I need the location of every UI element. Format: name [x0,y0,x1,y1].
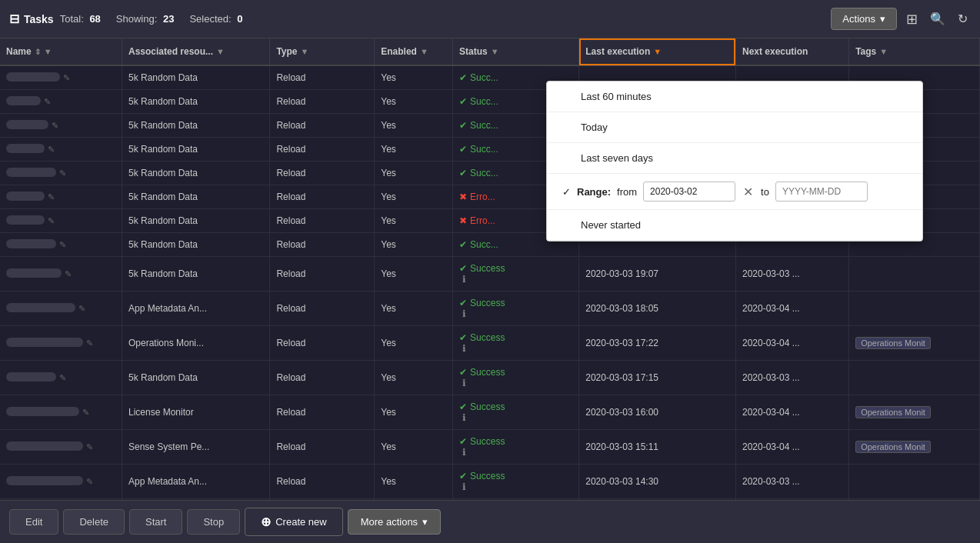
cell-assoc: App Metadata An... [122,465,269,499]
name-sort-icon[interactable]: ⇕ [35,48,41,56]
actions-button[interactable]: Actions ▾ [831,8,897,30]
tags-filter-icon[interactable]: ▼ [879,47,888,56]
row-edit-icon[interactable]: ✎ [59,240,66,249]
status-filter-icon[interactable]: ▼ [491,47,499,56]
cell-name: ████✎ [0,114,122,138]
row-edit-icon[interactable]: ✎ [78,304,85,313]
row-edit-icon[interactable]: ✎ [59,373,66,382]
app-title: ⊟ Tasks [9,12,54,26]
row-edit-icon[interactable]: ✎ [59,168,66,178]
cell-type: Reload [270,326,375,361]
row-edit-icon[interactable]: ✎ [86,477,93,486]
cell-tags [849,291,980,326]
checkmark-icon: ✔ [459,298,467,308]
edit-button[interactable]: Edit [9,509,58,535]
cell-name: ███████ ██████✎ [0,395,122,430]
row-edit-icon[interactable]: ✎ [52,121,58,130]
th-name: Name ⇕ ▼ [0,38,122,65]
cell-assoc: 5k Random Data [122,233,269,257]
row-edit-icon[interactable]: ✎ [48,192,55,202]
filter-option-today[interactable]: Today [547,112,922,143]
table-row: ███████✎5k Random DataReloadYes✔Successℹ… [0,257,980,291]
cell-last-exec: 2020-03-03 18:05 [579,291,736,326]
row-edit-icon[interactable]: ✎ [82,408,89,417]
cell-enabled: Yes [375,257,453,291]
info-icon[interactable]: ℹ [462,343,466,354]
cell-name: ██████✎ [0,361,122,395]
table-row: ████████ ████ ███✎Sense System Pe...Relo… [0,430,980,465]
cell-last-exec: 2020-03-03 19:07 [579,257,736,291]
cell-name: ███✎ [0,90,122,114]
cell-status: ✔Successℹ [453,361,579,395]
cell-type: Reload [270,233,375,257]
bottom-toolbar: Edit Delete Start Stop ⊕ Create new More… [0,500,980,543]
cell-type: Reload [270,90,375,114]
range-to-input[interactable] [775,182,868,202]
row-edit-icon[interactable]: ✎ [48,145,55,154]
filter-option-7days[interactable]: Last seven days [547,143,922,174]
row-edit-icon[interactable]: ✎ [86,442,93,451]
top-bar-right: Actions ▾ ⊞ 🔍 ↻ [831,8,971,31]
range-clear-button[interactable]: ✕ [742,185,755,199]
row-edit-icon[interactable]: ✎ [65,269,72,278]
th-type: Type ▼ [270,38,375,65]
info-icon[interactable]: ℹ [462,447,466,458]
cross-icon: ✖ [459,215,467,226]
cell-type: Reload [270,138,375,162]
cell-assoc: 5k Random Data [122,185,269,209]
cell-next-exec: 2020-03-03 ... [735,257,848,291]
checkmark-icon: ✔ [459,239,467,250]
row-edit-icon[interactable]: ✎ [86,338,93,348]
cell-last-exec: 2020-03-03 15:11 [579,430,736,465]
cell-status: ✔Successℹ [453,430,579,465]
cell-name: ██████✎ [0,65,122,90]
info-icon[interactable]: ℹ [462,412,466,423]
name-filter-icon[interactable]: ▼ [44,47,52,56]
row-edit-icon[interactable]: ✎ [48,216,55,225]
range-from-label: from [617,186,637,198]
cell-type: Reload [270,257,375,291]
top-bar-left: ⊟ Tasks Total: 68 Showing: 23 Selected: … [9,12,815,26]
info-icon[interactable]: ℹ [462,378,466,388]
cell-enabled: Yes [375,361,453,395]
search-button[interactable]: 🔍 [927,8,948,29]
cell-assoc: 5k Random Data [122,138,269,162]
create-new-button[interactable]: ⊕ Create new [245,508,342,536]
th-enabled: Enabled ▼ [375,38,453,65]
info-icon[interactable]: ℹ [462,308,466,319]
info-icon[interactable]: ℹ [462,274,466,285]
actions-label: Actions [842,13,875,25]
actions-chevron-icon: ▾ [880,13,885,25]
type-filter-icon[interactable]: ▼ [301,47,309,56]
filter-option-never[interactable]: Never started [547,210,922,241]
cell-enabled: Yes [375,114,453,138]
table-row: █████████ ████████✎Operations Moni...Rel… [0,326,980,361]
assoc-filter-icon[interactable]: ▼ [216,47,225,56]
checkmark-icon: ✔ [459,436,467,447]
row-edit-icon[interactable]: ✎ [63,73,70,82]
delete-button[interactable]: Delete [63,509,125,535]
refresh-button[interactable]: ↻ [955,8,971,29]
lastexec-filter-icon[interactable]: ▼ [653,47,662,56]
cell-type: Reload [270,499,375,501]
cell-assoc: Failure of an App [122,499,269,501]
top-bar-stats: Total: 68 Showing: 23 Selected: 0 [60,13,243,25]
cell-enabled: Yes [375,209,453,233]
cell-last-exec: 2020-03-03 16:00 [579,395,736,430]
th-nextexec: Next execution [735,38,848,65]
cell-status: ✔Successℹ [453,465,579,499]
checkmark-icon: ✔ [459,120,467,131]
enabled-filter-icon[interactable]: ▼ [420,47,428,56]
filter-option-60min[interactable]: Last 60 minutes [547,82,922,112]
cell-last-exec: 2020-03-03 13:50 [579,499,736,501]
range-from-input[interactable] [643,182,735,202]
stop-button[interactable]: Stop [187,509,240,535]
row-edit-icon[interactable]: ✎ [44,97,51,106]
start-button[interactable]: Start [129,509,182,535]
more-actions-button[interactable]: More actions ▾ [348,509,441,535]
checkmark-icon: ✔ [459,263,467,274]
cell-assoc: App Metadata An... [122,291,269,326]
cell-assoc: 5k Random Data [122,257,269,291]
grid-view-button[interactable]: ⊞ [903,8,921,31]
info-icon[interactable]: ℹ [462,481,466,492]
